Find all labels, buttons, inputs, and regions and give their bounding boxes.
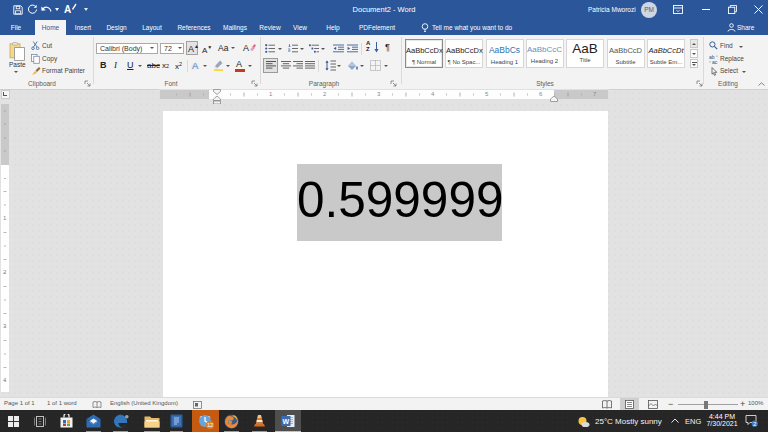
svg-text:ac: ac [712, 59, 718, 64]
svg-text:W: W [283, 418, 290, 425]
